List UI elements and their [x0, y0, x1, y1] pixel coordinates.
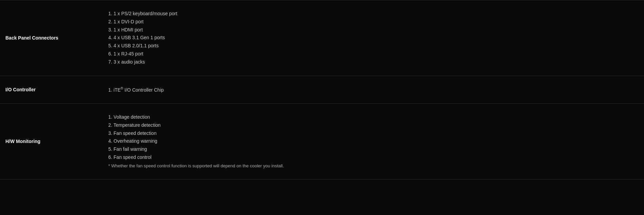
- spec-item: 1. iTE® I/O Controller Chip: [108, 86, 637, 94]
- specs-table: Back Panel Connectors1. 1 x PS/2 keyboar…: [0, 0, 644, 180]
- spec-item: 6. Fan speed control: [108, 153, 637, 162]
- spec-item: 2. 1 x DVI-D port: [108, 18, 637, 26]
- spec-item: 4. 4 x USB 3.1 Gen 1 ports: [108, 34, 637, 42]
- spec-value-io-controller: 1. iTE® I/O Controller Chip: [102, 76, 644, 103]
- spec-value-back-panel: 1. 1 x PS/2 keyboard/mouse port2. 1 x DV…: [102, 0, 644, 76]
- spec-item: 6. 1 x RJ-45 port: [108, 50, 637, 58]
- spec-note-hw-monitoring: * Whether the fan speed control function…: [108, 162, 637, 170]
- spec-row-io-controller: I/O Controller1. iTE® I/O Controller Chi…: [0, 76, 644, 103]
- spec-item: 5. Fan fail warning: [108, 145, 637, 153]
- spec-item: 3. 1 x HDMI port: [108, 26, 637, 34]
- spec-item: 1. Voltage detection: [108, 113, 637, 121]
- spec-row-hw-monitoring: H/W Monitoring1. Voltage detection2. Tem…: [0, 104, 644, 180]
- spec-value-hw-monitoring: 1. Voltage detection2. Temperature detec…: [102, 104, 644, 180]
- spec-row-back-panel: Back Panel Connectors1. 1 x PS/2 keyboar…: [0, 0, 644, 76]
- spec-item: 2. Temperature detection: [108, 121, 637, 129]
- spec-item: 7. 3 x audio jacks: [108, 58, 637, 66]
- spec-label-io-controller: I/O Controller: [0, 76, 102, 103]
- spec-label-back-panel: Back Panel Connectors: [0, 0, 102, 76]
- spec-label-hw-monitoring: H/W Monitoring: [0, 104, 102, 180]
- spec-item: 1. 1 x PS/2 keyboard/mouse port: [108, 10, 637, 18]
- spec-item: 5. 4 x USB 2.0/1.1 ports: [108, 42, 637, 50]
- spec-item: 4. Overheating warning: [108, 137, 637, 145]
- spec-item: 3. Fan speed detection: [108, 129, 637, 138]
